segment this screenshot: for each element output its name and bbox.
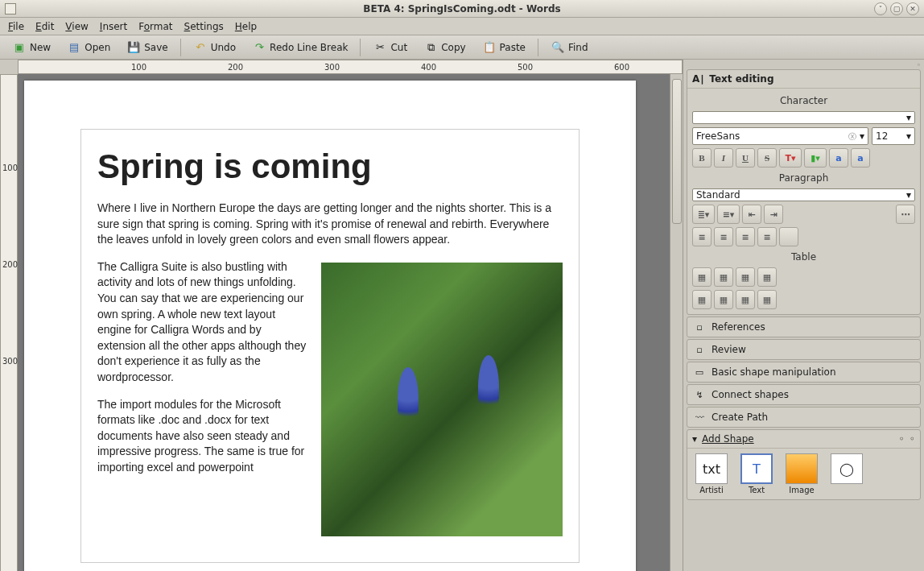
- delete-col-button[interactable]: ▦: [714, 290, 733, 309]
- connect-icon: ↯: [694, 389, 705, 400]
- menu-view[interactable]: View: [65, 21, 88, 32]
- ruler-tick: 600: [614, 63, 629, 72]
- dock-float-icon[interactable]: ◦: [899, 433, 905, 445]
- menu-insert[interactable]: Insert: [100, 21, 127, 32]
- shape-artistic-text[interactable]: txt Artisti: [692, 453, 731, 494]
- align-right-button[interactable]: ≡: [736, 227, 755, 246]
- underline-button[interactable]: U: [736, 148, 755, 168]
- align-justify-button[interactable]: ≡: [757, 227, 777, 246]
- undo-icon: ↶: [193, 40, 208, 55]
- document-image[interactable]: [321, 263, 563, 536]
- vertical-scrollbar[interactable]: [670, 74, 683, 571]
- menu-edit[interactable]: Edit: [35, 21, 54, 32]
- text-color-button[interactable]: T▾: [779, 148, 802, 168]
- font-family-value: FreeSans: [696, 130, 740, 142]
- dock-title: Add Shape: [702, 433, 754, 445]
- text-editing-dock: A∣ Text editing Character ▾ FreeSans ⓧ ▾…: [687, 69, 921, 315]
- undo-label: Undo: [211, 42, 236, 53]
- shape-image[interactable]: Image: [782, 453, 821, 494]
- font-family-combo[interactable]: FreeSans ⓧ ▾: [692, 127, 868, 145]
- paragraph-style-combo[interactable]: Standard▾: [692, 188, 915, 201]
- superscript-button[interactable]: a: [829, 148, 848, 168]
- dock-handle[interactable]: ◦: [687, 63, 921, 68]
- align-default-button[interactable]: [779, 227, 798, 246]
- minimize-button[interactable]: ˅: [874, 2, 887, 15]
- vertical-ruler[interactable]: 100 200 300: [0, 74, 18, 571]
- save-label: Save: [144, 42, 167, 53]
- insert-col-right-button[interactable]: ▦: [757, 267, 777, 287]
- basic-shape-tool[interactable]: ▭ Basic shape manipulation: [687, 362, 921, 383]
- references-tool[interactable]: ▫ References: [687, 317, 921, 337]
- insert-col-left-button[interactable]: ▦: [736, 267, 755, 287]
- split-cells-button[interactable]: ▦: [757, 290, 777, 309]
- app-icon: [5, 3, 16, 14]
- create-path-tool[interactable]: 〰 Create Path: [687, 407, 921, 428]
- redo-icon: ↷: [252, 40, 266, 55]
- document-viewport[interactable]: Spring is coming Where I live in Norther…: [18, 74, 683, 571]
- new-button[interactable]: ▣ New: [5, 37, 58, 58]
- italic-button[interactable]: I: [714, 148, 733, 168]
- maximize-button[interactable]: ▢: [890, 2, 903, 15]
- paste-button[interactable]: 📋 Paste: [475, 37, 533, 58]
- connect-shapes-tool[interactable]: ↯ Connect shapes: [687, 384, 921, 405]
- bold-button[interactable]: B: [692, 148, 712, 168]
- find-label: Find: [568, 42, 588, 53]
- paragraph-settings-button[interactable]: ⋯: [896, 205, 915, 224]
- document-heading[interactable]: Spring is coming: [97, 147, 563, 186]
- insert-row-below-button[interactable]: ▦: [714, 267, 733, 287]
- redo-button[interactable]: ↷ Redo Line Break: [245, 37, 355, 58]
- collapse-icon[interactable]: ▾: [692, 433, 697, 445]
- save-button[interactable]: 💾 Save: [119, 37, 175, 58]
- text-tool-icon: A∣: [692, 73, 704, 85]
- menu-help[interactable]: Help: [235, 21, 257, 32]
- number-list-button[interactable]: ≡▾: [717, 205, 740, 224]
- shape-more[interactable]: ◯: [827, 453, 866, 494]
- paragraph-style-value: Standard: [696, 189, 740, 201]
- close-button[interactable]: ✕: [906, 2, 919, 15]
- shape-text[interactable]: T Text: [737, 453, 776, 494]
- shape-icon: ◯: [839, 461, 854, 477]
- menu-format[interactable]: Format: [138, 21, 172, 32]
- menu-settings[interactable]: Settings: [184, 21, 224, 32]
- ruler-tick: 300: [2, 357, 18, 366]
- scrollbar-thumb[interactable]: [672, 79, 682, 224]
- horizontal-ruler[interactable]: 100 200 300 400 500 600: [18, 60, 683, 74]
- dock-close-icon[interactable]: ◦: [910, 433, 915, 445]
- shape-label: Artisti: [699, 486, 724, 494]
- review-tool[interactable]: ▫ Review: [687, 339, 921, 360]
- insert-row-above-button[interactable]: ▦: [692, 267, 712, 287]
- shape-label: Text: [749, 486, 765, 494]
- redo-label: Redo Line Break: [270, 42, 348, 53]
- highlight-color-button[interactable]: ▮▾: [804, 148, 827, 168]
- align-center-button[interactable]: ≡: [714, 227, 733, 246]
- character-style-combo[interactable]: ▾: [692, 111, 915, 124]
- open-icon: ▤: [67, 40, 81, 55]
- bullet-list-button[interactable]: ≣▾: [692, 205, 715, 224]
- paragraph-section-label: Paragraph: [692, 172, 915, 184]
- ruler-tick: 100: [2, 163, 18, 172]
- find-button[interactable]: 🔍 Find: [543, 37, 596, 58]
- strikethrough-button[interactable]: S: [757, 148, 777, 168]
- open-button[interactable]: ▤ Open: [60, 37, 118, 58]
- copy-button[interactable]: ⧉ Copy: [416, 37, 472, 58]
- font-size-combo[interactable]: 12▾: [872, 127, 915, 145]
- pointer-icon: ▭: [694, 366, 705, 378]
- path-icon: 〰: [694, 412, 705, 423]
- subscript-button[interactable]: a: [851, 148, 870, 168]
- align-left-button[interactable]: ≡: [692, 227, 712, 246]
- merge-cells-button[interactable]: ▦: [736, 290, 755, 309]
- open-label: Open: [85, 42, 110, 53]
- menu-file[interactable]: File: [8, 21, 24, 32]
- copy-icon: ⧉: [423, 40, 438, 55]
- page: Spring is coming Where I live in Norther…: [24, 81, 636, 571]
- decrease-indent-button[interactable]: ⇤: [742, 205, 761, 224]
- document-paragraph[interactable]: Where I live in Northern Europe the days…: [97, 201, 563, 248]
- clear-icon[interactable]: ⓧ: [848, 132, 856, 141]
- review-icon: ▫: [694, 344, 705, 355]
- cut-button[interactable]: ✂ Cut: [365, 37, 415, 58]
- increase-indent-button[interactable]: ⇥: [764, 205, 783, 224]
- delete-row-button[interactable]: ▦: [692, 290, 712, 309]
- find-icon: 🔍: [551, 40, 565, 55]
- undo-button[interactable]: ↶ Undo: [186, 37, 243, 58]
- paste-label: Paste: [500, 42, 526, 53]
